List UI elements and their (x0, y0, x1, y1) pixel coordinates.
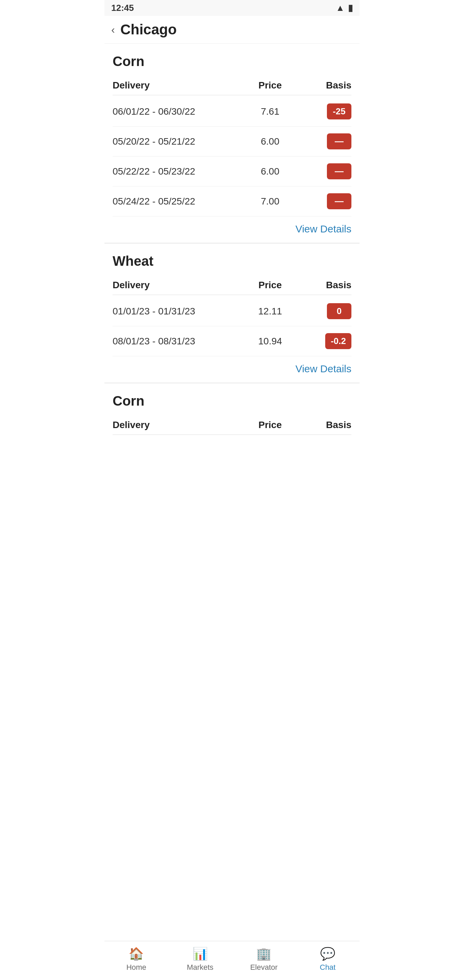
header: ‹ Chicago (105, 16, 359, 43)
wheat-col-price: Price (240, 280, 300, 291)
corn-1-col-delivery: Delivery (113, 80, 240, 91)
table-row: 01/01/23 - 01/31/23 12.11 0 (113, 296, 351, 326)
table-row: 05/20/22 - 05/21/22 6.00 — (113, 127, 351, 156)
corn-2-table-header: Delivery Price Basis (113, 417, 351, 435)
price-value: 7.00 (240, 196, 300, 207)
view-details-link[interactable]: View Details (295, 363, 351, 375)
page-title: Chicago (121, 21, 177, 38)
view-details-link[interactable]: View Details (295, 223, 351, 235)
corn-1-title: Corn (113, 54, 351, 69)
wheat-col-basis: Basis (301, 280, 351, 291)
wheat-title: Wheat (113, 253, 351, 269)
back-button[interactable]: ‹ (111, 24, 115, 36)
delivery-date: 01/01/23 - 01/31/23 (113, 306, 240, 317)
delivery-date: 05/20/22 - 05/21/22 (113, 136, 240, 147)
corn-1-col-price: Price (240, 80, 300, 91)
basis-badge: — (327, 193, 351, 209)
basis-value: -25 (301, 103, 351, 119)
basis-badge: 0 (327, 303, 351, 319)
delivery-date: 08/01/23 - 08/31/23 (113, 336, 240, 347)
basis-value: 0 (301, 303, 351, 319)
wheat-view-details[interactable]: View Details (113, 356, 351, 383)
corn-2-col-basis: Basis (301, 420, 351, 430)
wifi-icon: ▲ (336, 3, 345, 13)
corn-2-title: Corn (113, 393, 351, 409)
corn-2-col-price: Price (240, 420, 300, 430)
status-bar: 12:45 ▲ ▮ (105, 0, 359, 16)
basis-badge: -0.2 (325, 333, 351, 349)
corn-2-col-delivery: Delivery (113, 420, 240, 430)
corn-1-col-basis: Basis (301, 80, 351, 91)
corn-1-view-details[interactable]: View Details (113, 216, 351, 243)
price-value: 12.11 (240, 306, 300, 317)
table-row: 06/01/22 - 06/30/22 7.61 -25 (113, 97, 351, 127)
basis-badge: -25 (327, 103, 351, 119)
delivery-date: 06/01/22 - 06/30/22 (113, 106, 240, 117)
corn-1-table-header: Delivery Price Basis (113, 77, 351, 95)
corn-section-2: Corn Delivery Price Basis (105, 383, 359, 435)
page-content: 12:45 ▲ ▮ ‹ Chicago Corn Delivery Price … (105, 0, 359, 477)
basis-value: — (301, 193, 351, 209)
basis-badge: — (327, 163, 351, 179)
wheat-section: Wheat Delivery Price Basis 01/01/23 - 01… (105, 243, 359, 383)
wheat-col-delivery: Delivery (113, 280, 240, 291)
delivery-date: 05/24/22 - 05/25/22 (113, 196, 240, 207)
battery-icon: ▮ (348, 3, 353, 13)
price-value: 7.61 (240, 106, 300, 117)
price-value: 6.00 (240, 136, 300, 147)
wheat-table-header: Delivery Price Basis (113, 277, 351, 295)
price-value: 10.94 (240, 336, 300, 347)
basis-badge: — (327, 134, 351, 150)
price-value: 6.00 (240, 166, 300, 177)
table-row: 05/24/22 - 05/25/22 7.00 — (113, 186, 351, 216)
basis-value: — (301, 134, 351, 150)
status-icons: ▲ ▮ (336, 3, 353, 13)
status-time: 12:45 (111, 3, 134, 13)
table-row: 08/01/23 - 08/31/23 10.94 -0.2 (113, 326, 351, 356)
basis-value: — (301, 163, 351, 179)
basis-value: -0.2 (301, 333, 351, 349)
table-row: 05/22/22 - 05/23/22 6.00 — (113, 156, 351, 186)
corn-section-1: Corn Delivery Price Basis 06/01/22 - 06/… (105, 43, 359, 243)
delivery-date: 05/22/22 - 05/23/22 (113, 166, 240, 177)
